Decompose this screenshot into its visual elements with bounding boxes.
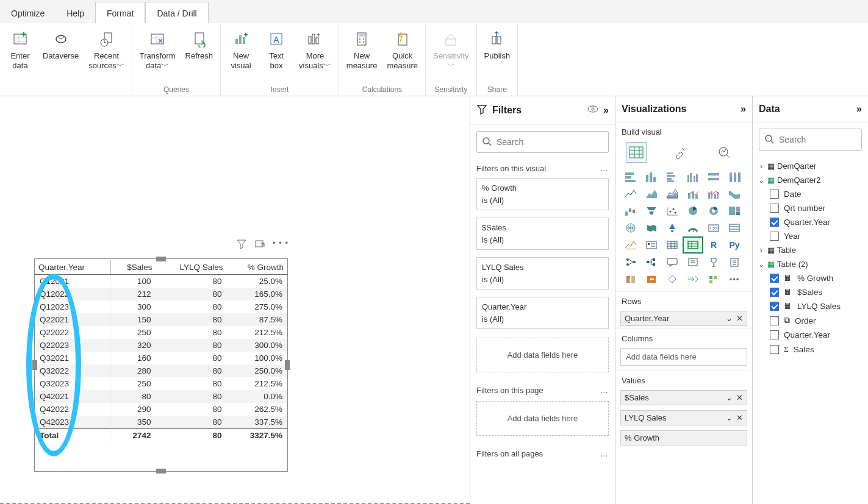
matrix-visual[interactable]: • • • Quarter.Year $Sales LYLQ Sales % G… [34,258,288,472]
table-icon[interactable] [663,238,681,252]
build-visual-tab[interactable] [626,143,646,162]
line-chart-icon[interactable] [622,186,640,201]
collapse-pane-icon[interactable]: » [856,104,862,115]
diamond-icon[interactable] [663,272,681,286]
filter-card-growth[interactable]: % Growthis (All) [476,178,609,210]
matrix-icon[interactable] [684,238,702,252]
publish-button[interactable]: Publish [482,26,513,61]
refresh-button[interactable]: Refresh [183,26,216,61]
tab-help[interactable]: Help [56,2,95,23]
pie-icon[interactable] [684,204,702,218]
columns-dropzone[interactable]: Add data fields here [620,348,747,366]
python-visual-icon[interactable]: Py [725,238,744,252]
map-icon[interactable] [622,221,640,235]
collapse-pane-icon[interactable]: » [603,105,609,116]
table-row[interactable]: Q4202229080262.5% [35,403,287,416]
col-header-quarter-year[interactable]: Quarter.Year [35,260,110,275]
table-row[interactable]: Q3202228080250.0% [35,364,287,377]
collapse-pane-icon[interactable]: » [741,104,746,115]
field-sales-sum[interactable]: ΣSales [753,342,868,357]
col-header-sales[interactable]: $Sales [110,260,156,275]
transform-data-button[interactable]: Transformdata﹀ [137,26,178,70]
r-visual-icon[interactable]: R [705,238,723,252]
more-icon[interactable]: … [600,449,609,458]
values-chip-lylq[interactable]: LYLQ Sales⌄✕ [620,410,747,425]
values-chip-growth[interactable]: % Growth [620,430,747,445]
stacked-bar-icon[interactable] [622,169,640,184]
filter-card-lylq[interactable]: LYLQ Salesis (All) [476,257,609,289]
more-icon[interactable]: … [600,386,609,395]
report-canvas[interactable]: • • • Quarter.Year $Sales LYLQ Sales % G… [0,96,470,504]
arrows-icon[interactable] [684,272,702,286]
donut-icon[interactable] [705,204,723,218]
sensitivity-button[interactable]: Sensitivity﹀ [431,26,472,70]
gauge-icon[interactable] [684,221,702,235]
multi-row-card-icon[interactable] [725,221,744,235]
values-chip-sales[interactable]: $Sales⌄✕ [620,390,747,405]
table-demqarter[interactable]: ›▦DemQarter [753,159,868,173]
table-row[interactable]: Q3202116080100.0% [35,352,287,364]
table-row[interactable]: Q1202330080275.0% [35,300,287,313]
field-order[interactable]: ⧉Order [753,313,868,328]
filter-icon[interactable] [236,238,247,251]
analytics-tab[interactable] [714,143,734,162]
waterfall-icon[interactable] [622,204,640,218]
field-dollar-sales[interactable]: 🖩$Sales [753,285,868,299]
app-source-icon[interactable] [705,272,723,286]
table-row[interactable]: Q120211008025.0% [35,275,287,288]
clustered-column-icon[interactable] [684,169,702,184]
table-row[interactable]: Q4202335080337.5% [35,416,287,429]
field-date[interactable]: Date [753,187,868,201]
more-icon[interactable]: … [600,164,609,173]
scatter-icon[interactable] [663,204,681,218]
qa-visual-icon[interactable] [663,255,681,269]
field-year[interactable]: Year [753,229,868,243]
clustered-bar-icon[interactable] [663,169,681,184]
col-header-growth[interactable]: % Growth [227,260,288,275]
area-chart-icon[interactable] [642,186,661,201]
hundred-bar-icon[interactable] [705,169,723,184]
field-pct-growth[interactable]: 🖩% Growth [753,271,868,285]
power-automate-icon[interactable] [642,272,661,286]
goals-icon[interactable] [705,255,723,269]
filters-search[interactable] [476,131,609,153]
slicer-icon[interactable] [642,238,661,252]
stacked-area-icon[interactable] [663,186,681,201]
table-row[interactable]: Q1202221280165.0% [35,288,287,300]
field-quarter-year-2[interactable]: Quarter.Year [753,328,868,342]
table-row[interactable]: Q3202325080212.5% [35,377,287,390]
line-column-icon[interactable] [684,186,702,201]
card-icon[interactable]: 123 [705,221,723,235]
new-measure-button[interactable]: Newmeasure [344,26,380,70]
table-table2[interactable]: ⌄▦Table (2) [753,257,868,271]
tab-data-drill[interactable]: Data / Drill [145,2,208,23]
quick-measure-button[interactable]: Quickmeasure [384,26,420,70]
filled-map-icon[interactable] [642,221,661,235]
new-visual-button[interactable]: Newvisual [226,26,256,70]
treemap-icon[interactable] [725,204,744,218]
hundred-column-icon[interactable] [725,169,744,184]
decomposition-tree-icon[interactable] [642,255,661,269]
line-clustered-icon[interactable] [705,186,723,201]
tab-format[interactable]: Format [95,2,145,23]
table-row[interactable]: Q220211508087.5% [35,313,287,326]
more-options-icon[interactable]: • • • [273,238,289,251]
field-lylq-sales[interactable]: 🖩LYLQ Sales [753,299,868,313]
table-demqarter2[interactable]: ⌄▦DemQarter2 [753,173,868,187]
filter-page-dropzone[interactable]: Add data fields here [476,401,609,436]
enter-data-button[interactable]: Enterdata [5,26,35,70]
tab-optimize[interactable]: Optimize [0,2,56,23]
dataverse-button[interactable]: Dataverse [40,26,81,61]
table-row[interactable]: Q2202225080212.5% [35,326,287,339]
azure-map-icon[interactable] [663,221,681,235]
data-search-input[interactable] [779,135,868,144]
powerapps-icon[interactable]: 1 [622,272,640,286]
table-table[interactable]: ›▦Table [753,243,868,257]
focus-mode-icon[interactable] [254,238,265,251]
key-influencers-icon[interactable] [622,255,640,269]
data-search[interactable] [759,129,862,151]
filter-visual-dropzone[interactable]: Add data fields here [476,338,609,372]
filter-card-quarter-year[interactable]: Quarter.Yearis (All) [476,297,609,329]
table-row[interactable]: Q2202332080300.0% [35,339,287,352]
narrative-icon[interactable] [684,255,702,269]
